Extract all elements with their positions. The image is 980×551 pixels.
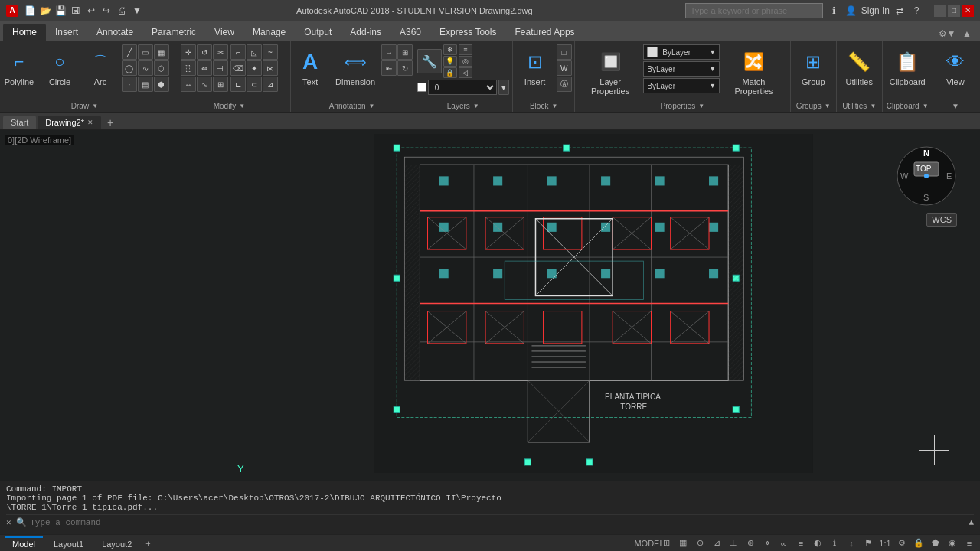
layer-isolate-icon[interactable]: ◎: [459, 56, 472, 67]
boundary-icon[interactable]: ⬢: [154, 77, 169, 92]
layer-prev-icon[interactable]: ◁: [459, 67, 472, 78]
hatch-icon[interactable]: ▦: [154, 44, 169, 60]
dim-update-icon[interactable]: ↻: [397, 60, 413, 76]
otrack-icon[interactable]: ∞: [778, 537, 790, 549]
block-group-label[interactable]: Block ▼: [530, 102, 557, 110]
copy-icon[interactable]: ⿻: [181, 60, 196, 76]
dim-style-icon[interactable]: ⇤: [381, 60, 397, 76]
lineweight-dropdown[interactable]: ByLayer ▼: [643, 78, 720, 93]
selection-cycling-icon[interactable]: ↕: [845, 537, 858, 549]
tab-parametric[interactable]: Parametric: [142, 24, 205, 41]
tab-addins[interactable]: Add-ins: [341, 24, 390, 41]
erase-icon[interactable]: ⌫: [230, 60, 246, 76]
layer-properties-icon[interactable]: 🔧: [417, 49, 442, 73]
help-icon[interactable]: ?: [910, 4, 923, 18]
save-as-icon[interactable]: 🖫: [69, 4, 83, 18]
command-input[interactable]: [30, 518, 965, 527]
group-button[interactable]: ⊞ Group: [794, 44, 832, 89]
undo-icon[interactable]: ↩: [84, 4, 98, 18]
layer-on-icon[interactable]: 💡: [443, 56, 457, 67]
hardware-accel-icon[interactable]: ⬟: [929, 537, 942, 549]
exchange-icon[interactable]: ⇄: [893, 4, 906, 18]
point-icon[interactable]: ·: [122, 77, 137, 92]
command-prompt-icons[interactable]: ✕ 🔍: [6, 517, 27, 527]
draw-group-label[interactable]: Draw ▼: [71, 102, 98, 110]
fillet-icon[interactable]: ⌐: [230, 44, 246, 60]
open-icon[interactable]: 📂: [38, 4, 52, 18]
view-button[interactable]: 👁 View: [936, 44, 975, 89]
circle-button[interactable]: ○ Circle: [41, 44, 79, 89]
chamfer-icon[interactable]: ◺: [247, 44, 262, 60]
explode-icon[interactable]: ✦: [247, 60, 262, 76]
customize-status-icon[interactable]: ≡: [963, 537, 975, 549]
snap-icon[interactable]: ⊿: [710, 537, 723, 549]
stretch-icon[interactable]: ↔: [181, 77, 196, 92]
sign-in-text[interactable]: Sign In: [861, 5, 890, 16]
annotation-scale-icon[interactable]: 1:1: [879, 537, 891, 549]
clipboard-button[interactable]: 📋 Clipboard: [886, 44, 929, 89]
utilities-group-label[interactable]: Utilities ▼: [842, 102, 876, 110]
rotate-icon[interactable]: ↺: [197, 44, 212, 60]
extend-icon[interactable]: ⊣: [213, 60, 228, 76]
insert-button[interactable]: ⊡ Insert: [516, 44, 554, 89]
transparency-icon[interactable]: ◐: [812, 537, 824, 549]
array-icon[interactable]: ⊞: [213, 77, 228, 92]
match-properties-button[interactable]: 🔀 Match Properties: [722, 44, 785, 98]
tab-drawing2[interactable]: Drawing2* ✕: [38, 116, 101, 129]
mleader-icon[interactable]: →: [381, 44, 397, 60]
layout2-tab[interactable]: Layout2: [94, 536, 139, 550]
layer-lock-icon[interactable]: 🔒: [443, 67, 457, 78]
define-attr-icon[interactable]: Ⓐ: [557, 77, 572, 92]
grid-view-icon[interactable]: ⊞: [660, 537, 672, 549]
tab-insert[interactable]: Insert: [46, 24, 87, 41]
drawing-canvas[interactable]: PLANTA TIPICA TORRE: [237, 134, 949, 473]
blend-icon[interactable]: ~: [263, 44, 278, 60]
ellipse-icon[interactable]: ◯: [122, 60, 137, 76]
offset-icon[interactable]: ⊏: [230, 77, 246, 92]
tab-output[interactable]: Output: [295, 24, 341, 41]
write-block-icon[interactable]: W: [557, 60, 572, 76]
viewport-icon[interactable]: ▦: [677, 537, 689, 549]
polyline-button[interactable]: ⌐ Polyline: [0, 44, 38, 89]
gradient-icon[interactable]: ▤: [138, 77, 153, 92]
utilities-button[interactable]: 📏 Utilities: [840, 44, 878, 89]
tab-express-tools[interactable]: Express Tools: [430, 24, 505, 41]
nav-wheel-icon[interactable]: ⊙: [694, 537, 706, 549]
minimize-button[interactable]: –: [934, 5, 946, 17]
osnap-icon[interactable]: ⋄: [761, 537, 773, 549]
annotation-monitor-icon[interactable]: ⚑: [862, 537, 874, 549]
break-icon[interactable]: ⊂: [247, 77, 262, 92]
annotation-group-label[interactable]: Annotation ▼: [329, 102, 375, 110]
plot-icon[interactable]: 🖨: [115, 4, 129, 18]
model-indicator[interactable]: MODEL: [643, 537, 655, 549]
add-layout-button[interactable]: +: [142, 539, 153, 548]
tab-a360[interactable]: A360: [390, 24, 430, 41]
spline-icon[interactable]: ∿: [138, 60, 153, 76]
drawing2-tab-close[interactable]: ✕: [87, 119, 93, 126]
trim-icon[interactable]: ✂: [213, 44, 228, 60]
modify-group-label[interactable]: Modify ▼: [214, 102, 245, 110]
customize-icon[interactable]: ▼: [130, 4, 144, 18]
move-icon[interactable]: ✛: [181, 44, 196, 60]
layout1-tab[interactable]: Layout1: [46, 536, 91, 550]
layer-match-icon[interactable]: ≡: [459, 44, 472, 55]
workspace-icon[interactable]: ⚙▼: [940, 27, 954, 41]
layer-freeze-icon[interactable]: ❄: [443, 44, 457, 55]
rect-icon[interactable]: ▭: [138, 44, 153, 60]
restore-button[interactable]: □: [948, 5, 960, 17]
new-file-icon[interactable]: 📄: [23, 4, 37, 18]
create-block-icon[interactable]: □: [557, 44, 572, 60]
tab-manage[interactable]: Manage: [243, 24, 295, 41]
qp-icon[interactable]: ℹ: [828, 537, 841, 549]
new-tab-button[interactable]: +: [103, 116, 118, 129]
tab-start[interactable]: Start: [3, 116, 36, 129]
properties-group-label[interactable]: Properties ▼: [661, 102, 705, 110]
color-dropdown[interactable]: ByLayer ▼: [643, 44, 720, 60]
clipboard-group-label[interactable]: Clipboard ▼: [887, 102, 929, 110]
dimension-button[interactable]: ⟺ Dimension: [332, 44, 379, 89]
scale-icon[interactable]: ⤡: [197, 77, 212, 92]
tab-home[interactable]: Home: [3, 24, 46, 41]
text-button[interactable]: A Text: [291, 44, 329, 89]
layers-group-label[interactable]: Layers ▼: [447, 102, 479, 110]
isolate-icon[interactable]: ◉: [946, 537, 959, 549]
